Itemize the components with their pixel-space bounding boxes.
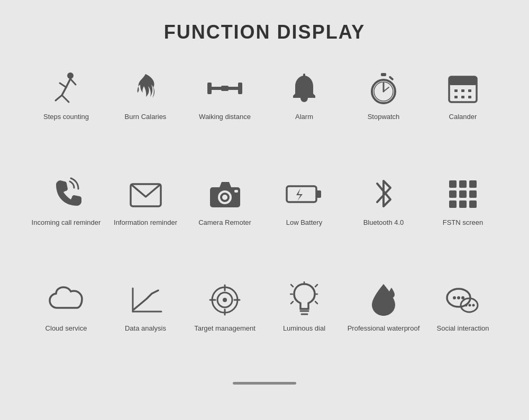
svg-line-6 [70, 79, 76, 85]
feature-bluetooth: Bluetooth 4.0 [344, 165, 423, 271]
svg-point-68 [472, 304, 475, 306]
svg-line-2 [60, 83, 66, 87]
feature-fstn-screen: FSTN screen [423, 165, 503, 271]
walking-distance-label: Waiking distance [199, 112, 251, 122]
feature-information-reminder: Information reminder [106, 165, 185, 271]
envelope-icon [127, 176, 164, 213]
feature-stopwatch: Stopwatch [344, 59, 423, 165]
runner-icon [48, 70, 85, 107]
svg-rect-39 [469, 190, 477, 198]
svg-point-63 [457, 296, 460, 299]
svg-point-47 [223, 298, 227, 302]
svg-rect-11 [381, 73, 386, 76]
incoming-call-label: Incoming call reminder [32, 218, 101, 227]
feature-data-analysis: Data analysis [106, 271, 185, 377]
barbell-icon [206, 70, 243, 107]
svg-point-0 [67, 72, 74, 79]
svg-rect-36 [469, 180, 477, 188]
waterproof-label: Professional waterproof [348, 324, 420, 333]
svg-line-60 [315, 302, 317, 304]
phone-icon [48, 176, 85, 213]
svg-rect-37 [449, 190, 457, 198]
bottom-bar [233, 382, 296, 385]
low-battery-label: Low Battery [286, 218, 323, 227]
stopwatch-icon [365, 70, 402, 107]
svg-line-4 [62, 95, 69, 102]
wechat-icon [444, 281, 481, 318]
cloud-icon [48, 281, 85, 318]
cloud-service-label: Cloud service [45, 324, 87, 333]
svg-rect-32 [316, 190, 321, 198]
data-analysis-label: Data analysis [125, 324, 166, 333]
svg-rect-40 [449, 200, 457, 208]
feature-walking-distance: Waiking distance [185, 59, 264, 165]
camera-remoter-label: Camera Remoter [198, 218, 251, 227]
svg-rect-41 [459, 200, 467, 208]
feature-incoming-call: Incoming call reminder [26, 165, 106, 271]
grid-icon [444, 176, 481, 213]
svg-rect-18 [449, 77, 477, 85]
svg-rect-34 [449, 180, 457, 188]
feature-low-battery: Low Battery [264, 165, 344, 271]
svg-line-1 [66, 79, 70, 87]
svg-point-67 [469, 304, 471, 306]
svg-rect-23 [461, 96, 464, 98]
burn-calories-label: Burn Calaries [125, 112, 167, 122]
svg-rect-19 [454, 89, 458, 92]
svg-marker-33 [296, 188, 303, 201]
camera-icon [206, 176, 243, 213]
svg-rect-35 [459, 180, 467, 188]
svg-rect-8 [209, 87, 240, 90]
svg-point-62 [453, 296, 456, 299]
svg-rect-21 [468, 89, 471, 92]
feature-target-management: Target management [185, 271, 264, 377]
target-management-label: Target management [194, 324, 256, 333]
target-icon [206, 281, 243, 318]
svg-rect-20 [461, 89, 464, 92]
feature-cloud-service: Cloud service [26, 271, 106, 377]
bell-icon [286, 70, 323, 107]
svg-rect-24 [468, 96, 471, 98]
svg-line-55 [291, 285, 293, 287]
page-title: FUNCTION DISPLAY [164, 21, 366, 43]
feature-calendar: Calander [423, 59, 503, 165]
battery-icon [286, 176, 323, 213]
feature-social-interaction: Social interaction [423, 271, 503, 377]
calendar-icon [444, 70, 481, 107]
svg-rect-9 [207, 83, 212, 94]
social-interaction-label: Social interaction [437, 324, 489, 333]
feature-alarm: Alarm [264, 59, 344, 165]
feature-waterproof: Professional waterproof [344, 271, 423, 377]
bluetooth-icon [365, 176, 402, 213]
svg-line-56 [315, 285, 317, 287]
bluetooth-label: Bluetooth 4.0 [363, 218, 404, 227]
svg-line-3 [62, 87, 66, 95]
chart-icon [127, 281, 164, 318]
information-reminder-label: Information reminder [114, 218, 177, 227]
feature-steps-counting: Steps counting [26, 59, 106, 165]
stopwatch-label: Stopwatch [368, 112, 400, 122]
steps-counting-label: Steps counting [43, 112, 89, 122]
svg-line-59 [291, 302, 293, 304]
features-grid: Steps counting Burn Calaries Waiking dis… [26, 59, 503, 377]
calendar-label: Calander [449, 112, 477, 122]
svg-rect-38 [459, 190, 467, 198]
feature-luminous-dial: Luminous dial [264, 271, 344, 377]
svg-line-5 [56, 95, 62, 101]
drop-icon [365, 281, 402, 318]
svg-rect-12 [388, 76, 394, 80]
feature-burn-calories: Burn Calaries [106, 59, 185, 165]
svg-point-29 [222, 195, 227, 200]
svg-rect-30 [234, 190, 238, 193]
svg-rect-42 [469, 200, 477, 208]
alarm-label: Alarm [295, 112, 313, 122]
svg-point-66 [465, 304, 468, 306]
bulb-icon [286, 281, 323, 318]
fstn-screen-label: FSTN screen [443, 218, 484, 227]
flame-icon [127, 70, 164, 107]
feature-camera-remoter: Camera Remoter [185, 165, 264, 271]
luminous-dial-label: Luminous dial [283, 324, 325, 333]
svg-rect-22 [454, 96, 458, 98]
svg-rect-10 [238, 83, 242, 94]
